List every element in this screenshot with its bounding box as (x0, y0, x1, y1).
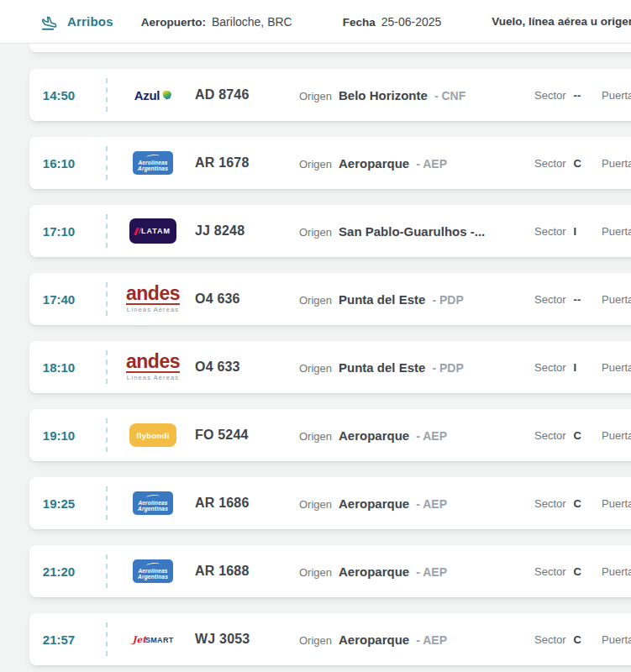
andes-logo: andesLíneas Aéreas (126, 285, 180, 312)
tab-arribos[interactable]: Arribos (40, 13, 113, 31)
plane-landing-icon (40, 13, 59, 31)
condor-swoosh-icon (146, 494, 160, 499)
search-field-label-wrap: Vuelo, línea aérea u origen: (492, 15, 631, 28)
dashed-divider (106, 554, 108, 588)
date-value[interactable]: 25-06-2025 (381, 15, 442, 29)
andes-logo-text: andes (126, 353, 180, 373)
gate-label: Puerta (602, 293, 631, 306)
origin-city: Belo Horizonte (339, 88, 428, 102)
gate-cell: Puerta (602, 361, 631, 374)
origin-cell: Origen Aeroparque - AEP (299, 496, 509, 511)
origin-label: Origen (299, 430, 332, 443)
origin-city: Aeroparque (339, 156, 409, 171)
sector-label: Sector (534, 565, 566, 578)
dashed-divider (106, 78, 108, 112)
sector-cell: Sector C (534, 565, 602, 578)
flight-row[interactable]: 17:10 LATAM JJ 8248 Origen San Pablo-Gua… (29, 205, 631, 257)
sector-cell: Sector -- (534, 293, 602, 306)
airport-value[interactable]: Bariloche, BRC (212, 15, 292, 29)
sector-cell: Sector I (534, 225, 602, 238)
dashed-divider (106, 214, 108, 248)
dashed-divider (106, 350, 108, 384)
flight-row[interactable]: 17:40 andesLíneas Aéreas O4 636 Origen P… (29, 273, 631, 325)
flight-number: AR 1686 (195, 496, 287, 511)
brazil-map-icon (162, 91, 171, 100)
origin-label: Origen (299, 294, 332, 307)
sector-value: -- (574, 89, 581, 102)
aerolineas-logo: AerolíneasArgentinas (133, 559, 173, 583)
sector-value: C (574, 565, 581, 578)
flight-row[interactable]: 19:10 flybondi FO 5244 Origen Aeroparque… (29, 409, 631, 461)
partial-row-card[interactable] (29, 44, 631, 52)
aerolineas-logo-line1: Aerolíneas (138, 568, 167, 574)
gate-cell: Puerta (602, 565, 631, 578)
sector-label: Sector (534, 157, 566, 170)
sector-value: I (574, 225, 577, 238)
origin-code: - PDP (432, 293, 463, 307)
flight-time: 19:10 (29, 428, 88, 443)
flight-number: FO 5244 (195, 428, 287, 443)
sector-label: Sector (534, 633, 566, 646)
gate-cell: Puerta (602, 89, 631, 102)
gate-cell: Puerta (602, 293, 631, 306)
origin-city: Punta del Este (339, 292, 425, 307)
flybondi-logo-text: flybondi (136, 431, 169, 440)
sector-label: Sector (534, 497, 566, 510)
origin-city: Aeroparque (339, 428, 409, 443)
aerolineas-logo-line2: Argentinas (138, 506, 168, 512)
andes-logo-text: andes (126, 285, 180, 305)
sector-value: C (574, 157, 581, 170)
flight-time: 16:10 (29, 156, 88, 171)
sector-cell: Sector C (534, 429, 602, 442)
latam-logo: LATAM (129, 218, 176, 244)
flight-row[interactable]: 21:57 JetSMART WJ 3053 Origen Aeroparque… (29, 613, 631, 665)
andes-logo-subtext: Líneas Aéreas (127, 375, 179, 381)
flight-time: 21:20 (29, 564, 88, 579)
flight-time: 18:10 (29, 360, 88, 375)
dashed-divider (106, 146, 108, 180)
airline-logo: LATAM (111, 218, 195, 244)
flight-time: 17:10 (29, 224, 88, 239)
origin-cell: Origen Belo Horizonte - CNF (299, 88, 509, 102)
dashed-divider (106, 486, 108, 520)
aerolineas-logo-line1: Aerolíneas (138, 160, 167, 165)
azul-logo: Azul (134, 88, 171, 102)
dashed-divider (106, 622, 108, 656)
origin-label: Origen (299, 634, 332, 647)
gate-cell: Puerta (602, 225, 631, 238)
origin-cell: Origen Punta del Este - PDP (299, 360, 509, 375)
sector-label: Sector (534, 293, 566, 306)
search-label: Vuelo, línea aérea u origen: (492, 15, 631, 28)
airline-logo: JetSMART (111, 634, 195, 644)
gate-label: Puerta (602, 429, 631, 442)
dashed-divider (106, 282, 108, 316)
flight-row[interactable]: 18:10 andesLíneas Aéreas O4 633 Origen P… (29, 341, 631, 393)
jetsmart-logo-jet: Jet (133, 634, 147, 644)
airport-field: Aeropuerto: Bariloche, BRC (141, 15, 292, 29)
flight-row[interactable]: 14:50 Azul AD 8746 Origen Belo Horizonte… (29, 69, 631, 121)
flight-number: O4 636 (195, 291, 287, 307)
gate-label: Puerta (602, 497, 631, 510)
flights-list: 14:50 Azul AD 8746 Origen Belo Horizonte… (0, 44, 631, 665)
flight-number: JJ 8248 (195, 223, 287, 239)
flight-row[interactable]: 19:25 AerolíneasArgentinas AR 1686 Orige… (29, 477, 631, 529)
date-field: Fecha 25-06-2025 (343, 15, 442, 29)
airport-label: Aeropuerto: (141, 16, 206, 29)
sector-value: I (574, 361, 577, 374)
flight-number: AR 1688 (195, 564, 287, 579)
origin-label: Origen (299, 498, 332, 511)
sector-cell: Sector C (534, 633, 602, 646)
origin-cell: Origen Aeroparque - AEP (299, 564, 509, 579)
gate-label: Puerta (602, 225, 631, 238)
airline-logo: AerolíneasArgentinas (111, 559, 195, 583)
origin-code: - AEP (416, 633, 447, 647)
gate-label: Puerta (602, 89, 631, 102)
flight-row[interactable]: 16:10 AerolíneasArgentinas AR 1678 Orige… (29, 137, 631, 189)
andes-logo-subtext: Líneas Aéreas (127, 307, 179, 313)
flight-row[interactable]: 21:20 AerolíneasArgentinas AR 1688 Orige… (29, 545, 631, 597)
flight-time: 19:25 (29, 496, 88, 511)
jetsmart-logo-smart: SMART (145, 636, 174, 644)
page-title: Arribos (67, 14, 113, 29)
azul-logo-text: Azul (134, 88, 160, 102)
gate-label: Puerta (602, 157, 631, 170)
